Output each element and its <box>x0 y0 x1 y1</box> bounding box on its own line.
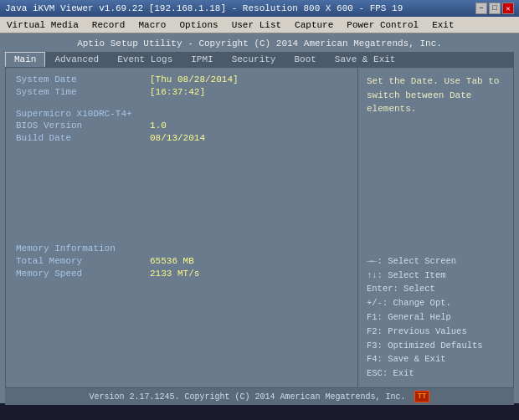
menu-capture[interactable]: Capture <box>288 17 340 33</box>
help-text: Set the Date. Use Tab to switch between … <box>367 74 505 116</box>
tab-security[interactable]: Security <box>223 52 285 67</box>
menu-virtual-media[interactable]: Virtual Media <box>0 17 85 33</box>
build-date-label: Build Date <box>16 133 150 143</box>
key-help-line-5: F1: General Help <box>367 310 505 325</box>
key-help-line-2: ↑↓: Select Item <box>367 269 505 283</box>
system-date-value[interactable]: [Thu 08/28/2014] <box>150 74 239 85</box>
window-title: Java iKVM Viewer v1.69.22 [192.168.1.18]… <box>5 3 403 13</box>
key-help-line-3: Enter: Select <box>367 282 505 296</box>
bios-header-text: Aptio Setup Utility - Copyright (C) 2014… <box>77 38 442 49</box>
key-help: →←: Select Screen ↑↓: Select Item Enter:… <box>367 254 505 381</box>
key-help-line-9: ESC: Exit <box>367 366 505 381</box>
memory-section-title: Memory Information <box>16 243 347 254</box>
bios-content: System Date [Thu 08/28/2014] System Time… <box>5 67 514 388</box>
build-date-value: 08/13/2014 <box>150 133 205 143</box>
total-memory-label: Total Memory <box>16 256 150 266</box>
bios-tabs: Main Advanced Event Logs IPMI Security B… <box>5 52 514 67</box>
model-section: Supermicro X10DRC-T4+ BIOS Version 1.0 B… <box>16 109 347 143</box>
maximize-button[interactable]: □ <box>489 3 501 14</box>
bios-header: Aptio Setup Utility - Copyright (C) 2014… <box>5 37 514 50</box>
key-help-line-8: F4: Save & Exit <box>367 352 505 366</box>
total-memory-value: 65536 MB <box>150 256 194 266</box>
bios-version-label: BIOS Version <box>16 120 150 131</box>
memory-speed-label: Memory Speed <box>16 269 150 279</box>
tab-save-exit[interactable]: Save & Exit <box>326 52 405 67</box>
tab-advanced[interactable]: Advanced <box>45 52 108 67</box>
bios-version-value: 1.0 <box>150 120 167 131</box>
key-help-line-4: +/-: Change Opt. <box>367 296 505 310</box>
menu-exit[interactable]: Exit <box>425 17 460 33</box>
close-button[interactable]: ✕ <box>502 3 514 14</box>
window-controls: − □ ✕ <box>475 3 514 14</box>
trendnet-logo: TT <box>414 391 430 402</box>
title-bar: Java iKVM Viewer v1.69.22 [192.168.1.18]… <box>0 0 519 17</box>
bios-version-row: BIOS Version 1.0 <box>16 120 347 131</box>
bios-footer-text: Version 2.17.1245. Copyright (C) 2014 Am… <box>90 392 406 402</box>
key-help-line-1: →←: Select Screen <box>367 254 505 269</box>
system-time-value[interactable]: [16:37:42] <box>150 87 205 97</box>
model-name: Supermicro X10DRC-T4+ <box>16 109 347 119</box>
system-date-row: System Date [Thu 08/28/2014] <box>16 74 347 85</box>
menu-power-control[interactable]: Power Control <box>340 17 425 33</box>
memory-speed-value: 2133 MT/s <box>150 269 199 279</box>
menu-bar: Virtual Media Record Macro Options User … <box>0 17 519 33</box>
tab-main[interactable]: Main <box>5 52 45 67</box>
key-help-line-7: F3: Optimized Defaults <box>367 339 505 353</box>
menu-user-list[interactable]: User List <box>225 17 288 33</box>
tab-ipmi[interactable]: IPMI <box>182 52 222 67</box>
tab-boot[interactable]: Boot <box>285 52 325 67</box>
memory-section: Memory Information Total Memory 65536 MB… <box>16 243 347 279</box>
key-help-line-6: F2: Previous Values <box>367 325 505 339</box>
system-time-label: System Time <box>16 87 150 97</box>
menu-macro[interactable]: Macro <box>131 17 172 33</box>
total-memory-row: Total Memory 65536 MB <box>16 256 347 266</box>
minimize-button[interactable]: − <box>475 3 487 14</box>
system-date-label: System Date <box>16 74 150 85</box>
bios-area: Aptio Setup Utility - Copyright (C) 2014… <box>0 33 519 403</box>
build-date-row: Build Date 08/13/2014 <box>16 133 347 143</box>
menu-record[interactable]: Record <box>85 17 132 33</box>
bios-left-panel: System Date [Thu 08/28/2014] System Time… <box>6 68 358 387</box>
menu-options[interactable]: Options <box>172 17 224 33</box>
system-time-row: System Time [16:37:42] <box>16 87 347 97</box>
memory-speed-row: Memory Speed 2133 MT/s <box>16 269 347 279</box>
bios-footer: Version 2.17.1245. Copyright (C) 2014 Am… <box>5 388 514 405</box>
bios-right-panel: Set the Date. Use Tab to switch between … <box>358 68 513 387</box>
tab-event-logs[interactable]: Event Logs <box>108 52 182 67</box>
